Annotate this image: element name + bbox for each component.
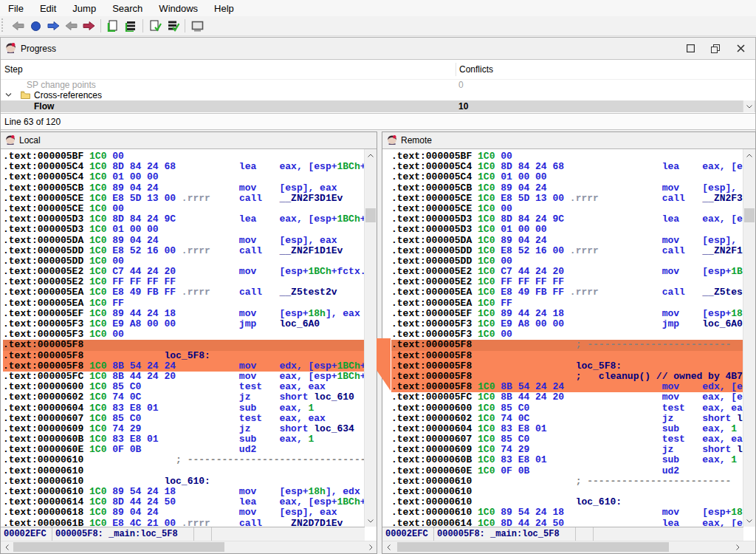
asm-line[interactable]: .text:00000610 (3, 466, 365, 476)
asm-line[interactable]: .text:00000614 1C0 8D 44 24 50 lea eax, … (391, 519, 743, 527)
forward-blue-icon[interactable] (44, 18, 62, 34)
db-green-icon[interactable] (122, 18, 140, 34)
asm-line[interactable]: .text:00000602 1C0 74 0C jz short loc_61… (391, 414, 743, 424)
asm-line[interactable]: .text:0000060B 1C0 83 E8 01 sub eax, 1 (3, 434, 365, 445)
asm-line[interactable]: .text:000005F8 loc_5F8: (3, 351, 365, 361)
asm-line[interactable]: .text:000005FC 1C0 8B 44 24 20 mov eax, … (391, 392, 743, 403)
column-conflicts[interactable]: Conflicts (456, 64, 493, 75)
remote-pane-header[interactable]: Remote (382, 132, 755, 149)
asm-line[interactable]: .text:000005DD 1C0 E8 52 16 00 .rrrr cal… (3, 246, 365, 256)
menu-jump[interactable]: Jump (64, 1, 104, 16)
asm-line[interactable]: .text:000005DD 1C0 00 (3, 256, 365, 267)
remote-disassembly-listing[interactable]: .text:000005BF 1C0 00.text:000005C4 1C0 … (382, 149, 743, 527)
scroll-left-button[interactable] (1, 541, 13, 553)
asm-line[interactable]: .text:000005D3 1C0 01 00 00 (3, 225, 365, 235)
restore-button[interactable] (708, 42, 723, 55)
asm-line[interactable]: .text:000005F8 1C0 8B 54 24 24 mov edx, … (391, 382, 743, 392)
asm-line[interactable]: .text:000005CE 1C0 00 (391, 204, 743, 214)
menu-file[interactable]: File (0, 1, 32, 16)
asm-line[interactable]: .text:000005F8 (3, 340, 365, 350)
asm-line[interactable]: .text:00000610 ; -----------------------… (391, 476, 743, 487)
column-step[interactable]: Step (1, 64, 456, 75)
scroll-up-button[interactable] (365, 149, 376, 161)
asm-line[interactable]: .text:00000600 1C0 85 C0 test eax, eax (391, 403, 743, 414)
asm-line[interactable]: .text:000005F8 (391, 351, 743, 361)
asm-line[interactable]: .text:000005D3 1C0 8D 84 24 9C lea eax, … (3, 214, 365, 225)
asm-line[interactable]: .text:00000609 1C0 74 29 jz short loc_63… (391, 445, 743, 455)
asm-line[interactable]: .text:00000610 1C0 89 54 24 18 mov [esp+… (3, 487, 365, 497)
asm-line[interactable]: .text:000005F8 ; cleanup() // owned by 4… (391, 372, 743, 382)
asm-line[interactable]: .text:000005CB 1C0 89 04 24 mov [esp], e… (391, 183, 743, 194)
asm-line[interactable]: .text:000005CE 1C0 E8 5D 13 00 .rrrr cal… (391, 194, 743, 204)
close-button[interactable] (733, 42, 748, 55)
asm-line[interactable]: .text:00000607 1C0 85 C0 test eax, eax (3, 414, 365, 424)
forward-red-icon[interactable] (80, 18, 97, 34)
asm-line[interactable]: .text:000005EA 1C0 E8 49 FB FF .rrrr cal… (3, 287, 365, 298)
asm-line[interactable]: .text:000005F3 1C0 00 (391, 329, 743, 340)
asm-line[interactable]: .text:000005F8 ; -----------------------… (391, 340, 743, 350)
remote-vertical-scrollbar[interactable] (743, 149, 755, 527)
local-disassembly-listing[interactable]: .text:000005BF 1C0 00.text:000005C4 1C0 … (1, 149, 365, 527)
asm-line[interactable]: .text:000005BF 1C0 00 (391, 151, 743, 162)
asm-line[interactable]: .text:000005DA 1C0 89 04 24 mov [esp], e… (391, 236, 743, 246)
scroll-up-button[interactable] (743, 149, 755, 161)
asm-line[interactable]: .text:00000610 ; -----------------------… (3, 455, 365, 465)
vertical-scroll-thumb[interactable] (744, 208, 755, 222)
asm-line[interactable]: .text:0000060E 1C0 0F 0B ud2 (3, 445, 365, 455)
asm-line[interactable]: .text:000005E2 1C0 C7 44 24 20 mov [esp+… (3, 267, 365, 277)
back-gray2-icon[interactable] (62, 18, 80, 34)
asm-line[interactable]: .text:00000600 1C0 85 C0 test eax, eax (3, 382, 365, 392)
asm-line[interactable]: .text:000005F3 1C0 E9 A8 00 00 jmp loc_6… (391, 319, 743, 329)
asm-line[interactable]: .text:000005CE 1C0 E8 5D 13 00 .rrrr cal… (3, 194, 365, 204)
asm-line[interactable]: .text:000005F8 loc_5F8: (391, 361, 743, 372)
vertical-scroll-thumb[interactable] (365, 208, 376, 222)
asm-line[interactable]: .text:00000610 1C0 89 54 24 18 mov [esp+… (391, 507, 743, 518)
asm-line[interactable]: .text:0000060B 1C0 83 E8 01 sub eax, 1 (391, 455, 743, 465)
asm-line[interactable]: .text:000005DD 1C0 E8 52 16 00 .rrrr cal… (391, 246, 743, 256)
menu-edit[interactable]: Edit (32, 1, 64, 16)
monitor-icon[interactable] (188, 18, 206, 34)
asm-line[interactable]: .text:000005DD 1C0 00 (391, 256, 743, 267)
asm-line[interactable]: .text:00000609 1C0 74 29 jz short loc_63… (3, 424, 365, 434)
tree-row-flow[interactable]: Flow10 (1, 100, 755, 112)
db-check-icon[interactable] (164, 18, 182, 34)
asm-line[interactable]: .text:00000610 loc_610: (3, 476, 365, 487)
asm-line[interactable]: .text:000005CE 1C0 00 (3, 204, 365, 214)
doc-green-icon[interactable] (104, 18, 122, 34)
asm-line[interactable]: .text:0000060E 1C0 0F 0B ud2 (391, 466, 743, 476)
asm-line[interactable]: .text:000005C4 1C0 01 00 00 (3, 172, 365, 182)
local-pane-header[interactable]: Local (1, 132, 377, 149)
scroll-right-button[interactable] (365, 541, 377, 553)
back-gray-icon[interactable] (9, 18, 27, 34)
progress-titlebar[interactable]: Progress (1, 38, 755, 60)
asm-line[interactable]: .text:00000614 1C0 8D 44 24 50 lea eax, … (3, 497, 365, 507)
asm-line[interactable]: .text:000005DA 1C0 89 04 24 mov [esp], e… (3, 236, 365, 246)
tree-scroll-down-button[interactable] (743, 100, 755, 112)
scroll-right-button[interactable] (732, 541, 743, 553)
tree-row-sp-change-points[interactable]: SP change points0 (1, 80, 755, 90)
asm-line[interactable]: .text:000005F3 1C0 00 (3, 329, 365, 340)
asm-line[interactable]: .text:000005EF 1C0 89 44 24 18 mov [esp+… (3, 309, 365, 319)
asm-line[interactable]: .text:000005D3 1C0 01 00 00 (391, 225, 743, 235)
toolbar-grip[interactable] (1, 18, 5, 33)
asm-line[interactable]: .text:000005E2 1C0 FF FF FF FF (3, 277, 365, 287)
asm-line[interactable]: .text:000005D3 1C0 8D 84 24 9C lea eax, … (391, 214, 743, 225)
tree-row-cross-references[interactable]: Cross-references (1, 90, 755, 100)
doc-check-icon[interactable] (146, 18, 164, 34)
chevron-down-icon[interactable] (5, 91, 12, 101)
asm-line[interactable]: .text:000005F8 1C0 8B 54 24 24 mov edx, … (3, 361, 365, 372)
asm-line[interactable]: .text:00000604 1C0 83 E8 01 sub eax, 1 (391, 424, 743, 434)
asm-line[interactable]: .text:000005C4 1C0 8D 84 24 68 lea eax, … (3, 162, 365, 172)
asm-line[interactable]: .text:000005EA 1C0 E8 49 FB FF .rrrr cal… (391, 287, 743, 298)
asm-line[interactable]: .text:000005E2 1C0 C7 44 24 20 mov [esp+… (391, 267, 743, 277)
current-dot-icon[interactable] (27, 18, 44, 34)
asm-line[interactable]: .text:000005BF 1C0 00 (3, 151, 365, 162)
maximize-button[interactable] (683, 42, 698, 55)
menu-windows[interactable]: Windows (151, 1, 206, 16)
asm-line[interactable]: .text:000005E2 1C0 FF FF FF FF (391, 277, 743, 287)
asm-line[interactable]: .text:00000618 1C0 89 04 24 mov [esp], e… (3, 507, 365, 518)
asm-line[interactable]: .text:000005EF 1C0 89 44 24 18 mov [esp+… (391, 309, 743, 319)
menu-help[interactable]: Help (206, 1, 242, 16)
asm-line[interactable]: .text:000005EA 1C0 FF (391, 298, 743, 309)
remote-horizontal-scrollbar[interactable] (382, 541, 755, 553)
